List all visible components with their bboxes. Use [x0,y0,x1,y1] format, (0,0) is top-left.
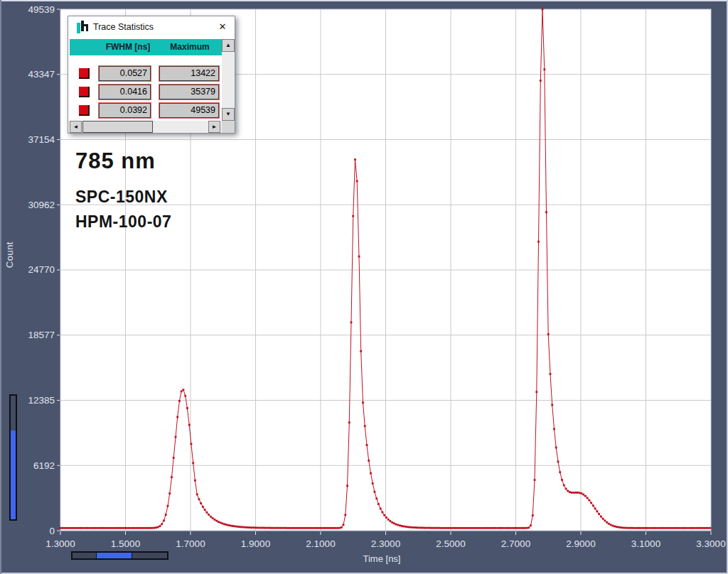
svg-text:12385: 12385 [28,395,55,406]
stats-hscroll-thumb[interactable] [82,121,153,133]
maximum-value: 49539 [159,103,219,118]
svg-text:30962: 30962 [28,200,55,210]
trace-statistics-title: Trace Statistics [93,16,154,38]
svg-text:43347: 43347 [28,69,55,80]
detector-annotation: HPM-100-07 [75,214,171,230]
scroll-up-icon[interactable]: ▲ [222,39,235,52]
fwhm-value: 0.0416 [99,85,151,99]
y-axis-title: Count [4,242,15,268]
time-pan-slider-track-left [73,553,97,558]
svg-text:1.5000: 1.5000 [111,538,140,549]
stats-row: 0.0416 35379 [70,85,222,99]
svg-text:2.9000: 2.9000 [566,538,595,549]
time-pan-slider-track-right [132,553,167,558]
fwhm-value: 0.0527 [99,66,151,81]
svg-text:1.9000: 1.9000 [241,538,270,549]
trace-color-marker-icon [79,105,90,116]
module-annotation: SPC-150NX [75,189,168,205]
stats-row: 0.0392 49539 [70,103,222,118]
maximum-value: 13422 [159,66,219,81]
trace-color-marker-icon [79,87,90,97]
svg-text:0: 0 [49,526,55,536]
scroll-down-icon[interactable]: ▼ [222,108,235,121]
wavelength-annotation: 785 nm [75,150,156,172]
close-icon[interactable]: ✕ [215,20,230,34]
trace-statistics-window: Trace Statistics ✕ FWHM [ns] Maximum 0.0… [68,16,235,134]
count-range-slider-fill [11,430,16,519]
svg-text:2.1000: 2.1000 [306,538,335,549]
stats-vertical-scrollbar[interactable]: ▲ ▼ [222,39,235,121]
trace-color-marker-icon [79,68,90,79]
fwhm-column-header: FWHM [ns] [97,39,159,55]
svg-text:2.3000: 2.3000 [371,538,400,549]
fwhm-value: 0.0392 [99,103,151,118]
x-axis-title: Time [ns] [339,553,424,564]
svg-text:3.1000: 3.1000 [631,538,660,549]
svg-text:24770: 24770 [28,264,55,275]
stats-row: 0.0527 13422 [70,66,222,81]
maximum-column-header: Maximum [159,39,220,55]
svg-text:1.7000: 1.7000 [176,538,205,549]
time-pan-slider-thumb[interactable] [97,553,132,558]
stats-column-headers: FWHM [ns] Maximum [70,39,222,55]
maximum-value: 35379 [159,85,219,99]
time-pan-slider[interactable] [71,551,168,560]
count-range-slider[interactable] [9,394,17,521]
bh-logo-icon [77,21,89,33]
stats-scrollbar-corner [222,121,235,133]
spcm-main-window: 1.30001.50001.70001.90002.10002.30002.50… [0,0,728,574]
svg-text:37154: 37154 [28,134,55,145]
trace-statistics-titlebar[interactable]: Trace Statistics ✕ [68,16,235,38]
svg-text:3.3000: 3.3000 [696,538,725,549]
svg-text:18577: 18577 [28,330,55,340]
stats-horizontal-scrollbar[interactable]: ◄ ► [68,121,222,133]
scroll-right-icon[interactable]: ► [208,121,220,133]
svg-text:6192: 6192 [33,460,55,471]
svg-text:49539: 49539 [28,4,55,15]
svg-text:1.3000: 1.3000 [46,538,75,549]
scroll-left-icon[interactable]: ◄ [70,121,82,133]
svg-text:2.7000: 2.7000 [501,538,530,549]
svg-text:2.5000: 2.5000 [436,538,465,549]
